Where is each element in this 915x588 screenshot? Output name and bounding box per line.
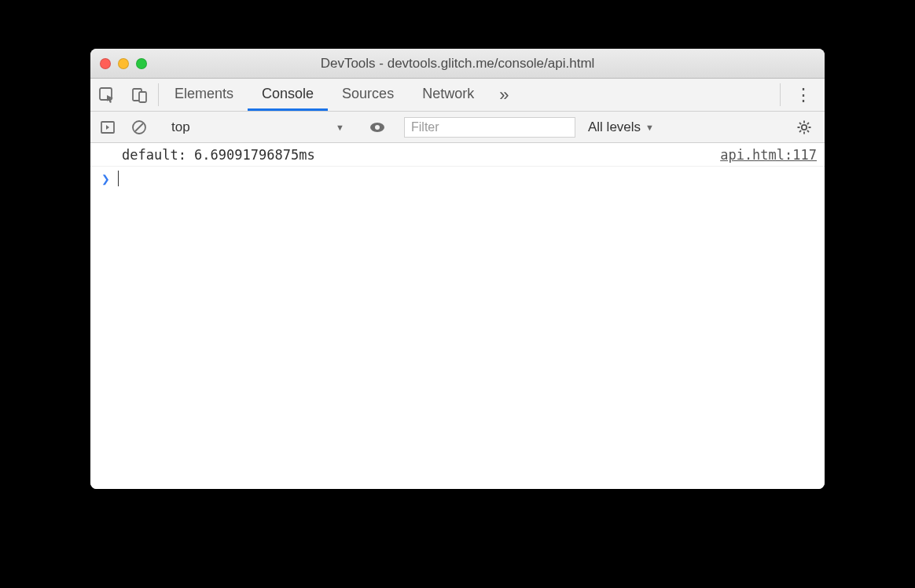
log-levels-label: All levels <box>588 119 641 135</box>
more-tabs-button[interactable]: » <box>488 79 520 111</box>
console-message-row: default: 6.69091796875ms api.html:117 <box>90 143 825 167</box>
log-levels-select[interactable]: All levels ▼ <box>582 119 660 135</box>
traffic-lights <box>100 58 147 69</box>
svg-line-13 <box>799 123 801 124</box>
dropdown-caret-icon: ▼ <box>645 123 654 132</box>
tab-sources[interactable]: Sources <box>328 79 408 111</box>
close-window-button[interactable] <box>100 58 111 69</box>
chevron-right-double-icon: » <box>499 85 509 105</box>
maximize-window-button[interactable] <box>136 58 147 69</box>
kebab-icon: ⋮ <box>795 85 812 105</box>
toggle-console-sidebar-icon[interactable] <box>95 119 120 135</box>
tab-label: Sources <box>342 86 394 102</box>
svg-line-16 <box>807 123 809 124</box>
clear-console-icon[interactable] <box>127 119 152 135</box>
window-titlebar: DevTools - devtools.glitch.me/console/ap… <box>90 49 825 79</box>
execution-context-select[interactable]: top ▼ <box>165 116 351 138</box>
svg-line-14 <box>807 130 809 131</box>
window-title: DevTools - devtools.glitch.me/console/ap… <box>90 56 825 72</box>
text-cursor <box>118 171 119 186</box>
tab-label: Network <box>422 86 474 102</box>
svg-line-5 <box>135 123 143 131</box>
console-prompt[interactable]: ❯ <box>90 167 825 190</box>
divider <box>158 83 159 106</box>
svg-rect-2 <box>139 92 146 102</box>
console-settings-icon[interactable] <box>788 119 820 135</box>
filter-input[interactable] <box>404 117 575 138</box>
devtools-window: DevTools - devtools.glitch.me/console/ap… <box>90 49 825 489</box>
device-toolbar-icon[interactable] <box>123 79 156 111</box>
tab-network[interactable]: Network <box>408 79 488 111</box>
customize-devtools-button[interactable]: ⋮ <box>782 79 825 111</box>
prompt-caret-icon: ❯ <box>101 171 110 187</box>
console-message-text: default: 6.69091796875ms <box>122 147 711 163</box>
divider <box>780 83 781 106</box>
inspect-element-icon[interactable] <box>90 79 123 111</box>
tab-console[interactable]: Console <box>248 79 328 111</box>
live-expression-icon[interactable] <box>364 119 391 136</box>
tab-elements[interactable]: Elements <box>160 79 248 111</box>
main-tabbar: Elements Console Sources Network » ⋮ <box>90 79 825 112</box>
svg-point-8 <box>802 124 807 129</box>
tab-label: Console <box>262 86 314 102</box>
dropdown-caret-icon: ▼ <box>336 123 344 132</box>
svg-point-7 <box>375 125 380 130</box>
execution-context-value: top <box>171 119 190 135</box>
console-toolbar: top ▼ All levels ▼ <box>90 112 825 143</box>
tab-label: Elements <box>175 86 233 102</box>
minimize-window-button[interactable] <box>118 58 129 69</box>
svg-line-15 <box>799 130 801 131</box>
console-message-source-link[interactable]: api.html:117 <box>720 147 817 163</box>
console-output: default: 6.69091796875ms api.html:117 ❯ <box>90 143 825 489</box>
panel-tabs: Elements Console Sources Network » <box>160 79 778 111</box>
